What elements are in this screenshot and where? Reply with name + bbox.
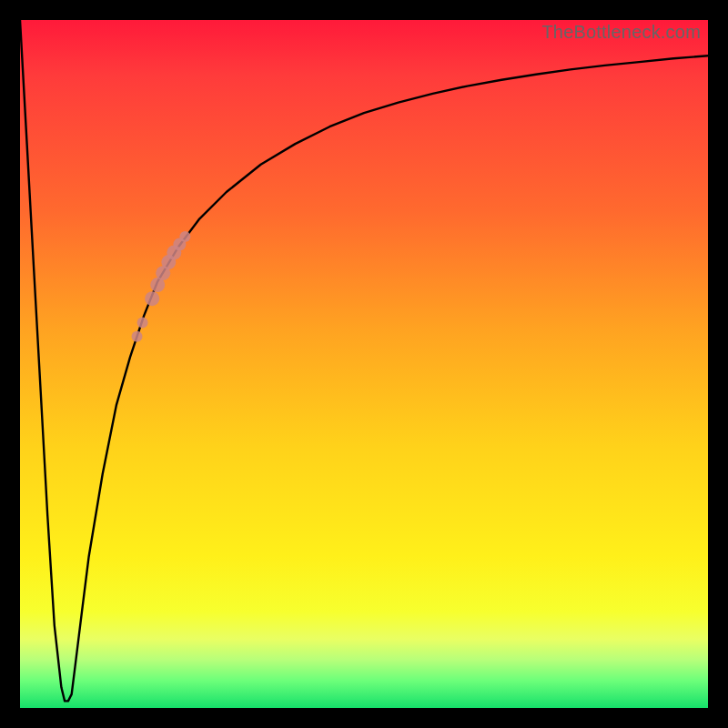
highlight-marker <box>132 331 143 342</box>
highlight-marker <box>137 318 148 329</box>
highlight-markers <box>132 231 191 342</box>
highlight-marker <box>145 291 159 306</box>
curve-svg <box>20 20 708 708</box>
plot-area: TheBottleneck.com <box>20 20 708 708</box>
highlight-marker <box>179 231 190 242</box>
bottleneck-curve <box>20 20 708 701</box>
chart-frame: TheBottleneck.com <box>0 0 728 728</box>
